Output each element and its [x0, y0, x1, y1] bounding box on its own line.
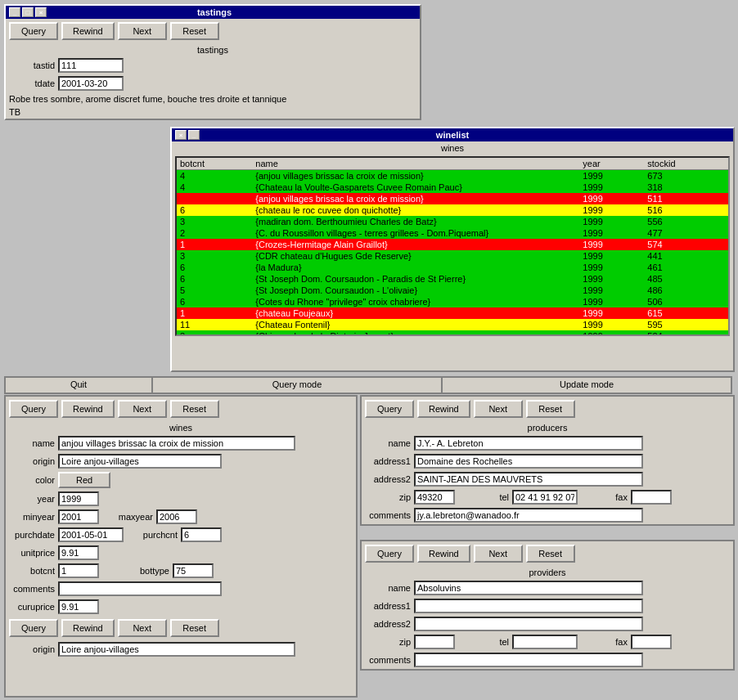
wines-curuprice-row: curuprice — [6, 598, 356, 616]
producers-zip-row: zip tel fax — [362, 488, 733, 506]
wines-next-button[interactable]: Next — [118, 400, 167, 418]
wine-year-cell: 1999 — [579, 319, 644, 330]
producers-comments-input[interactable] — [414, 508, 643, 523]
minimize-icon[interactable]: _ — [9, 7, 20, 17]
winelist-minimize-icon[interactable]: _ — [188, 130, 200, 140]
providers-address2-row: address2 — [362, 615, 733, 633]
wines-comments-input[interactable] — [58, 581, 222, 596]
wine-table-container[interactable]: botcnt name year stockid 4{anjou village… — [175, 156, 730, 336]
wine-table-row[interactable]: 6{Cotes du Rhone "privilege" croix chabr… — [177, 296, 728, 307]
providers-name-input[interactable] — [414, 581, 643, 595]
wine-table-row[interactable]: 3{madiran dom. Berthoumieu Charles de Ba… — [177, 216, 728, 227]
providers-comments-input[interactable] — [414, 653, 643, 667]
wines-name-input[interactable] — [58, 436, 295, 451]
maximize-icon[interactable]: □ — [22, 7, 34, 17]
wines-rewind-button[interactable]: Rewind — [61, 400, 115, 418]
wines-minyear-input[interactable] — [58, 509, 99, 524]
producers-zip-input[interactable] — [414, 490, 455, 505]
wines-curuprice-input[interactable] — [58, 599, 99, 614]
wine-name-cell: {anjou villages brissac la croix de miss… — [252, 193, 579, 204]
wine-table-row[interactable]: 6{St Joseph Dom. Coursaudon - Paradis de… — [177, 273, 728, 285]
wines-color-button[interactable]: Red — [58, 472, 110, 488]
wine-botcnt-cell: 3 — [177, 250, 252, 262]
wine-stockid-cell: 615 — [644, 307, 728, 319]
providers-rewind-button[interactable]: Rewind — [417, 545, 470, 563]
wines-bottom-origin-input[interactable] — [58, 642, 295, 657]
wines-bottom-next-button[interactable]: Next — [118, 619, 167, 637]
providers-address1-label: address1 — [365, 601, 414, 611]
quit-button[interactable]: Quit — [5, 377, 152, 393]
wine-name-cell: {madiran dom. Berthoumieu Charles de Bat… — [252, 216, 579, 227]
wines-year-input[interactable] — [58, 491, 99, 506]
wines-maxyear-input[interactable] — [156, 509, 197, 524]
wine-table-row[interactable]: {anjou villages brissac la croix de miss… — [177, 193, 728, 204]
wine-botcnt-cell: 2 — [177, 227, 252, 239]
wine-table-row[interactable]: 5{St Joseph Dom. Coursaudon - L'olivaie}… — [177, 285, 728, 296]
wines-purchdate-input[interactable] — [58, 527, 124, 542]
providers-name-row: name — [362, 579, 733, 597]
providers-reset-button[interactable]: Reset — [526, 545, 575, 563]
wines-origin-input[interactable] — [58, 454, 222, 469]
wine-table-row[interactable]: 6{chateau le roc cuvee don quichotte}199… — [177, 204, 728, 216]
wines-bottom-reset-button[interactable]: Reset — [170, 619, 219, 637]
wine-name-cell: {St Joseph Dom. Coursaudon - L'olivaie} — [252, 285, 579, 296]
query-mode-button[interactable]: Query mode — [152, 377, 442, 393]
tdate-input[interactable] — [58, 76, 124, 91]
update-mode-button[interactable]: Update mode — [442, 377, 731, 393]
providers-next-button[interactable]: Next — [474, 545, 523, 563]
producers-next-button[interactable]: Next — [474, 400, 523, 418]
wine-table-row[interactable]: 2{C. du Roussillon villages - terres gri… — [177, 227, 728, 239]
tastings-next-button[interactable]: Next — [118, 22, 167, 40]
tastid-input[interactable] — [58, 58, 124, 73]
wine-year-cell: 1999 — [579, 204, 644, 216]
producers-reset-button[interactable]: Reset — [526, 400, 575, 418]
wines-bottom-query-button[interactable]: Query — [9, 619, 58, 637]
tastings-rewind-button[interactable]: Rewind — [61, 22, 115, 40]
wines-purchcnt-label: purchcnt — [132, 530, 181, 540]
wine-table-row[interactable]: 3{CDR chateau d'Hugues Gde Reserve}19994… — [177, 250, 728, 262]
wine-table-row[interactable]: 11{Chateau Fontenil}1999595 — [177, 319, 728, 330]
providers-fax-input[interactable] — [631, 635, 672, 649]
wine-table-row[interactable]: 1{Crozes-Hermitage Alain Graillot}199957… — [177, 239, 728, 250]
wines-purchcnt-input[interactable] — [181, 527, 222, 542]
wine-table-row[interactable]: 3{Chinon clos de la Dioterie Joguet}1999… — [177, 330, 728, 336]
providers-tel-input[interactable] — [512, 635, 578, 649]
winelist-close-icon[interactable]: × — [175, 130, 187, 140]
producers-address2-label: address2 — [365, 474, 414, 484]
producers-name-input[interactable] — [414, 436, 643, 451]
producers-rewind-button[interactable]: Rewind — [417, 400, 470, 418]
providers-address1-input[interactable] — [414, 599, 643, 613]
tdate-label: tdate — [9, 79, 58, 88]
producers-fax-input[interactable] — [631, 490, 672, 505]
providers-query-button[interactable]: Query — [365, 545, 414, 563]
producers-tel-label: tel — [463, 492, 512, 502]
col-botcnt: botcnt — [177, 158, 252, 170]
wine-table-row[interactable]: 4{anjou villages brissac la croix de mis… — [177, 170, 728, 182]
wine-year-cell: 1999 — [579, 250, 644, 262]
tastings-reset-button[interactable]: Reset — [170, 22, 219, 40]
wines-unitprice-input[interactable] — [58, 545, 99, 560]
close-icon[interactable]: × — [35, 7, 47, 17]
wines-bottype-input[interactable] — [173, 563, 214, 578]
producers-address1-input[interactable] — [414, 454, 643, 469]
wine-botcnt-cell: 5 — [177, 285, 252, 296]
wine-table-row[interactable]: 4{Chateau la Voulte-Gasparets Cuvee Roma… — [177, 182, 728, 193]
wines-unitprice-row: unitprice — [6, 544, 356, 562]
producers-tel-input[interactable] — [512, 490, 578, 505]
wines-name-row: name — [6, 434, 356, 452]
wines-botcnt-input[interactable] — [58, 563, 99, 578]
tastings-query-button[interactable]: Query — [9, 22, 58, 40]
wine-name-cell: {chateau Foujeaux} — [252, 307, 579, 319]
wine-table-row[interactable]: 1{chateau Foujeaux}1999615 — [177, 307, 728, 319]
providers-zip-input[interactable] — [414, 635, 455, 649]
wines-bottom-rewind-button[interactable]: Rewind — [61, 619, 115, 637]
providers-address2-input[interactable] — [414, 617, 643, 631]
wines-query-button[interactable]: Query — [9, 400, 58, 418]
wine-stockid-cell: 485 — [644, 273, 728, 285]
wine-table-row[interactable]: 6{la Madura}1999461 — [177, 262, 728, 273]
producers-address2-input[interactable] — [414, 472, 643, 487]
wine-stockid-cell: 486 — [644, 285, 728, 296]
wines-reset-button[interactable]: Reset — [170, 400, 219, 418]
tb-row: TB — [6, 105, 420, 119]
producers-query-button[interactable]: Query — [365, 400, 414, 418]
